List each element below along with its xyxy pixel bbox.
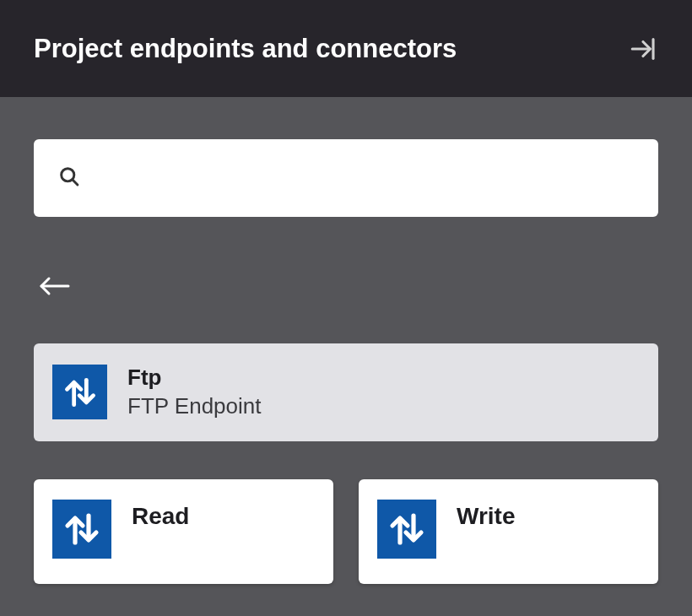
panel-content: Ftp FTP Endpoint Read [0, 97, 692, 616]
ftp-transfer-icon [377, 500, 436, 559]
ftp-icon [52, 365, 107, 419]
actions-row: Read Write [34, 479, 658, 584]
action-label: Write [457, 500, 516, 530]
collapse-panel-button[interactable] [628, 34, 658, 64]
endpoint-title: Ftp [127, 364, 262, 392]
panel-header: Project endpoints and connectors [0, 0, 692, 97]
arrow-left-icon [39, 274, 71, 298]
endpoint-text: Ftp FTP Endpoint [127, 364, 262, 421]
svg-line-3 [73, 180, 78, 185]
endpoint-subtitle: FTP Endpoint [127, 392, 262, 421]
endpoint-card-ftp[interactable]: Ftp FTP Endpoint [34, 343, 658, 441]
search-box[interactable] [34, 139, 658, 217]
ftp-transfer-icon [52, 500, 111, 559]
action-label: Read [132, 500, 189, 530]
action-card-write[interactable]: Write [359, 479, 658, 584]
action-card-read[interactable]: Read [34, 479, 333, 584]
search-icon [57, 165, 81, 192]
back-area [34, 274, 658, 301]
collapse-right-icon [629, 35, 657, 63]
search-input[interactable] [91, 167, 635, 189]
panel-title: Project endpoints and connectors [34, 34, 457, 64]
back-button[interactable] [39, 274, 71, 298]
